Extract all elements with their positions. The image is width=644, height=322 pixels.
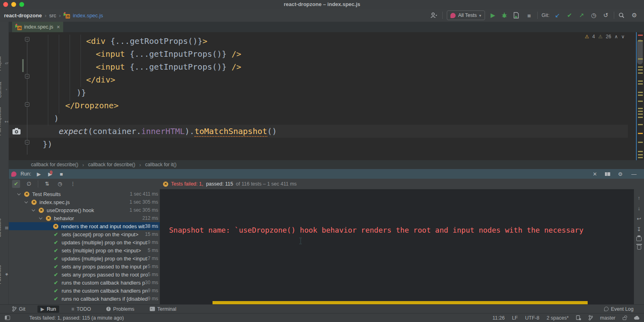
warning-stripe-mark[interactable] <box>638 72 643 74</box>
search-everywhere-icon[interactable] <box>618 12 626 19</box>
breadcrumb-callback[interactable]: callback for describe() <box>88 162 135 167</box>
sort-tests-icon[interactable]: ⇅ <box>43 180 51 188</box>
soft-wrap-icon[interactable]: ↩ <box>637 216 641 222</box>
warning-stripe-mark[interactable] <box>638 114 643 115</box>
indent-setting[interactable]: 2 spaces* <box>547 315 569 321</box>
next-issue-icon[interactable]: ∨ <box>621 34 625 39</box>
error-stripe-mark[interactable] <box>638 35 643 36</box>
warning-stripe-mark[interactable] <box>638 80 643 82</box>
panel-settings-gear-icon[interactable]: ⚙ <box>617 171 624 177</box>
warning-stripe-mark[interactable] <box>638 58 643 60</box>
inspection-profile-icon[interactable] <box>576 315 581 320</box>
warning-stripe-mark[interactable] <box>638 157 643 158</box>
history-icon[interactable]: ◷ <box>590 12 598 19</box>
warning-stripe-mark[interactable] <box>638 40 643 41</box>
test-tree-row[interactable]: ✔sets any props passed to the input pro5… <box>9 262 160 270</box>
code-editor[interactable]: − − − − <div {...getRootProps()}><input … <box>9 32 636 160</box>
close-panel-icon[interactable]: ✕ <box>591 171 599 177</box>
code-line[interactable]: <div {...getRootProps()}> <box>43 35 636 47</box>
test-tree-row[interactable]: ✔updates {multiple} prop on the <input>9… <box>9 238 160 246</box>
inspections-widget[interactable]: ⚠ 4 ⚠ 26 ∧ ∨ <box>585 34 625 39</box>
warning-stripe-mark[interactable] <box>638 101 643 102</box>
scroll-to-end-icon[interactable]: ↧ <box>637 226 641 233</box>
code-line[interactable]: expect(container.innerHTML).toMatchSnaps… <box>43 125 636 138</box>
file-encoding[interactable]: UTF-8 <box>525 315 539 321</box>
warning-stripe-mark[interactable] <box>638 66 643 68</box>
rerun-button[interactable]: ▶ <box>35 171 42 177</box>
tool-window-button-problems[interactable]: ! Problems <box>103 305 138 313</box>
line-separator[interactable]: LF <box>512 315 518 321</box>
print-icon[interactable] <box>636 237 642 241</box>
code-line[interactable]: ) <box>43 112 636 125</box>
code-line[interactable]: )} <box>43 86 636 99</box>
fold-marker[interactable]: − <box>25 140 29 144</box>
git-branch-name[interactable]: master <box>600 315 615 321</box>
test-tree-row[interactable]: ✕Test Results1 sec 411 ms <box>9 190 160 198</box>
code-line[interactable]: </Dropzone> <box>43 99 636 112</box>
warning-stripe-mark[interactable] <box>638 124 643 125</box>
warning-stripe-mark[interactable] <box>638 151 643 152</box>
breadcrumb-callback[interactable]: callback for it() <box>145 162 176 167</box>
stop-button[interactable]: ■ <box>58 171 65 177</box>
warning-stripe-mark[interactable] <box>638 69 643 70</box>
test-tree-row[interactable]: ✔updates {multiple} prop on the <input>7… <box>9 254 160 262</box>
expand-chevron-icon[interactable] <box>39 216 42 219</box>
warning-stripe-mark[interactable] <box>638 154 643 155</box>
more-options-icon[interactable]: ⋮ <box>69 180 77 188</box>
tool-window-button-git[interactable]: Git <box>9 305 29 313</box>
git-update-icon[interactable]: ↙ <box>553 12 561 19</box>
test-tree-row[interactable]: ✔sets any props passed to the root prop5… <box>9 270 160 279</box>
warning-stripe-mark[interactable] <box>638 92 643 93</box>
scroll-up-icon[interactable]: ↑ <box>638 195 640 201</box>
test-tree-row[interactable]: ✔runs the custom callback handlers pr30 … <box>9 279 160 287</box>
breadcrumb-item-file[interactable]: index.spec.js <box>73 12 103 19</box>
cursor-position[interactable]: 11:26 <box>493 315 505 321</box>
rollback-icon[interactable]: ↺ <box>602 12 610 19</box>
git-branch-icon[interactable] <box>588 315 593 320</box>
show-passed-toggle[interactable]: ✔ <box>12 180 20 188</box>
hide-panel-icon[interactable]: — <box>630 171 638 177</box>
run-button[interactable]: ▶ <box>489 12 497 19</box>
layout-settings-icon[interactable] <box>605 172 610 176</box>
clear-console-icon[interactable] <box>637 245 641 250</box>
settings-gear-icon[interactable]: ⚙ <box>630 12 638 19</box>
warning-stripe-mark[interactable] <box>638 108 643 109</box>
breadcrumb-item-src[interactable]: src <box>49 12 56 19</box>
test-tree-row[interactable]: ✕useDropzone() hook1 sec 305 ms <box>9 206 160 214</box>
event-log-button[interactable]: Event Log <box>604 306 644 312</box>
warning-stripe-mark[interactable] <box>638 142 643 143</box>
prev-issue-icon[interactable]: ∧ <box>614 34 618 39</box>
tool-window-button-run[interactable]: ▶ Run <box>37 305 59 313</box>
run-with-coverage-button[interactable] <box>513 12 521 19</box>
tab-close-icon[interactable]: ✕ <box>56 25 60 30</box>
code-line[interactable]: <input {...getInputProps()} /> <box>43 60 636 73</box>
snapshot-stripe-mark[interactable] <box>638 133 643 134</box>
user-account-icon[interactable] <box>430 12 438 19</box>
rerun-failed-tests-button[interactable]: ▶9 <box>46 171 54 177</box>
warning-stripe-mark[interactable] <box>638 117 643 118</box>
test-history-icon[interactable]: ◷ <box>56 180 64 188</box>
tool-window-button-favorites[interactable]: ★Favorites <box>0 258 9 291</box>
status-message[interactable]: Tests failed: 1, passed: 115 (a minute a… <box>29 315 124 321</box>
test-tree-row[interactable]: ✕index.spec.js1 sec 305 ms <box>9 198 160 206</box>
expand-chevron-icon[interactable] <box>17 192 21 195</box>
tool-window-button-todo[interactable]: ≡ TODO <box>68 305 94 313</box>
test-console-output[interactable]: Snapshot name: `useDropzone() hook behav… <box>160 189 634 304</box>
editor-error-stripe[interactable] <box>636 32 644 160</box>
tool-window-button-pull-requests[interactable]: ↥Pull Requests <box>0 101 9 142</box>
test-tree-row[interactable]: ✔runs no callback handlers if {disabled}… <box>9 295 160 303</box>
show-ignored-toggle[interactable]: ∅ <box>25 180 33 188</box>
scrollbar-thumb[interactable] <box>637 39 643 64</box>
warning-stripe-mark[interactable] <box>638 95 643 96</box>
fold-marker[interactable]: − <box>25 74 29 78</box>
code-line[interactable]: <input {...getInputProps()} /> <box>43 47 636 60</box>
test-tree-row[interactable]: ✔runs the custom callback handlers pro9 … <box>9 287 160 295</box>
tool-window-toggle-icon[interactable] <box>5 316 10 320</box>
warning-stripe-mark[interactable] <box>638 83 643 85</box>
breadcrumb-item-project[interactable]: react-dropzone <box>4 12 42 19</box>
expand-chevron-icon[interactable] <box>32 208 35 211</box>
editor-gutter[interactable]: − − − − <box>9 32 41 160</box>
test-tree-row[interactable]: ✔sets {multiple} prop on the <input>5 ms <box>9 246 160 254</box>
debug-button[interactable] <box>501 12 509 19</box>
fold-marker[interactable]: − <box>25 37 29 41</box>
